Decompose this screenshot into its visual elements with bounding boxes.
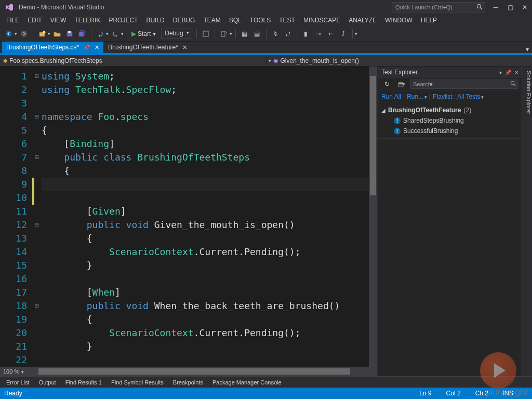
horizontal-scrollbar[interactable] — [31, 368, 377, 375]
menu-sql[interactable]: SQL — [225, 17, 246, 24]
menu-view[interactable]: VIEW — [46, 17, 71, 24]
toolbar-overflow[interactable]: ▾ — [355, 31, 357, 36]
save-all-button[interactable] — [76, 28, 88, 39]
solution-explorer-tab[interactable]: Solution Explorer — [522, 66, 532, 376]
scroll-thumb[interactable] — [370, 76, 376, 195]
code-line[interactable]: { — [42, 124, 369, 137]
tool-tab[interactable]: Error List — [2, 379, 34, 385]
nav-forward-button[interactable] — [18, 28, 30, 39]
nav-back-button[interactable] — [3, 28, 15, 39]
close-button[interactable]: ✕ — [517, 2, 532, 12]
dropdown-icon[interactable]: ▾ — [121, 31, 124, 36]
code-line[interactable] — [42, 353, 369, 367]
menu-tools[interactable]: TOOLS — [246, 17, 275, 24]
pin-icon[interactable]: 📌 — [505, 70, 511, 75]
code-line[interactable]: [When] — [42, 286, 369, 299]
toolbar-button[interactable]: ▤ — [251, 28, 263, 39]
dropdown-icon[interactable]: ▾ — [230, 31, 232, 36]
toolbar-button[interactable]: ▮ — [300, 28, 312, 39]
menu-project[interactable]: PROJECT — [104, 17, 142, 24]
doc-tab[interactable]: BrushingOfTeethSteps.cs*📌✕ — [2, 42, 103, 53]
panel-title-bar[interactable]: Test Explorer ▾ 📌 ✕ — [378, 66, 522, 78]
code-line[interactable]: [Binding] — [42, 137, 369, 151]
test-node[interactable]: !SharedStepsBrushing — [381, 115, 518, 126]
tool-tab[interactable]: Find Symbol Results — [107, 379, 168, 385]
menu-mindscape[interactable]: MINDSCAPE — [299, 17, 344, 24]
save-button[interactable] — [64, 28, 75, 39]
toolbar-button[interactable]: ⇠ — [325, 28, 337, 39]
member-dropdown[interactable]: ▾ ◉ Given_the_mouth_is_open() — [266, 57, 533, 64]
run-all-link[interactable]: Run All — [381, 93, 401, 100]
dropdown-icon[interactable]: ▾ — [15, 31, 17, 36]
code-line[interactable] — [42, 191, 369, 205]
run-link[interactable]: Run... ▾ — [407, 93, 427, 100]
menu-debug[interactable]: DEBUG — [169, 17, 200, 24]
menu-help[interactable]: HELP — [417, 17, 441, 24]
fold-gutter[interactable]: ⊟ ⊟ ⊟ ⊟ ⊟ — [32, 66, 42, 367]
quick-launch-input[interactable]: Quick Launch (Ctrl+Q) — [392, 2, 485, 12]
code-line[interactable]: { — [42, 313, 369, 326]
maximize-button[interactable]: ▢ — [503, 2, 517, 12]
code-line[interactable]: ScenarioContext.Current.Pending(); — [42, 326, 369, 340]
code-line[interactable]: using System; — [42, 70, 369, 83]
toolbar-button[interactable]: ⇢ — [313, 28, 324, 39]
menu-edit[interactable]: EDIT — [23, 17, 46, 24]
dropdown-icon[interactable]: ▾ — [106, 31, 109, 36]
type-dropdown[interactable]: ◆ Foo.specs.BrushingOfTeethSteps — [0, 57, 266, 64]
menu-file[interactable]: FILE — [2, 17, 23, 24]
new-project-button[interactable] — [36, 28, 48, 39]
menu-team[interactable]: TEAM — [199, 17, 224, 24]
toolbar-button[interactable]: ⇄ — [282, 28, 294, 39]
toolbar-button[interactable] — [218, 28, 230, 39]
minimize-button[interactable]: ─ — [488, 2, 503, 12]
test-node[interactable]: !SuccessfulBrushing — [381, 126, 518, 136]
menu-build[interactable]: BUILD — [142, 17, 168, 24]
menu-window[interactable]: WINDOW — [381, 17, 417, 24]
code-line[interactable]: } — [42, 340, 369, 353]
test-search-input[interactable]: Search ▾ — [410, 79, 518, 89]
code-line[interactable]: using TechTalk.SpecFlow; — [42, 83, 369, 97]
toolbar-button[interactable] — [200, 28, 211, 39]
pin-icon[interactable]: 📌 — [83, 44, 90, 51]
menu-test[interactable]: TEST — [275, 17, 299, 24]
tool-tab[interactable]: Find Results 1 — [61, 379, 106, 385]
close-tab-icon[interactable]: ✕ — [95, 44, 99, 51]
code-line[interactable]: public void When_the_back_teeth_are_brus… — [42, 299, 369, 313]
code-line[interactable]: [Given] — [42, 205, 369, 218]
code-line[interactable]: } — [42, 259, 369, 272]
dropdown-icon[interactable]: ▾ — [48, 31, 50, 36]
tool-tab[interactable]: Output — [35, 379, 60, 385]
vertical-scrollbar[interactable] — [369, 66, 377, 367]
toolbar-button[interactable]: ↯ — [270, 28, 281, 39]
start-debug-button[interactable]: ▶Start▾ — [130, 30, 158, 37]
code-line[interactable] — [42, 178, 369, 191]
code-line[interactable]: public class BrushingOfTeethSteps — [42, 151, 369, 164]
te-toolbar-button[interactable]: ↻ — [381, 78, 393, 90]
code-line[interactable]: namespace Foo.specs — [42, 110, 369, 124]
menu-analyze[interactable]: ANALYZE — [344, 17, 381, 24]
code-editor[interactable]: 12345678910111213141516171819202122 ⊟ ⊟ … — [0, 66, 377, 367]
open-file-button[interactable] — [51, 28, 63, 39]
code-line[interactable]: { — [42, 164, 369, 178]
toolbar-button[interactable]: ▦ — [239, 28, 250, 39]
tab-overflow-button[interactable]: ▾ — [526, 46, 532, 53]
code-line[interactable]: public void Given_the_mouth_is_open() — [42, 218, 369, 232]
toolbar-button[interactable]: ⤴ — [338, 28, 349, 39]
expand-icon[interactable]: ◢ — [381, 108, 385, 113]
te-toolbar-button[interactable]: ▤▾ — [396, 78, 407, 90]
redo-button[interactable] — [110, 28, 121, 39]
zoom-dropdown[interactable]: 100 % — [0, 368, 31, 375]
close-tab-icon[interactable]: ✕ — [182, 44, 187, 51]
playlist-link[interactable]: Playlist : All Tests ▾ — [433, 93, 484, 100]
code-line[interactable]: ScenarioContext.Current.Pending(); — [42, 245, 369, 259]
config-dropdown[interactable]: Debug — [161, 29, 191, 39]
scroll-thumb[interactable] — [38, 368, 350, 375]
code-line[interactable]: { — [42, 232, 369, 245]
close-icon[interactable]: ✕ — [514, 70, 518, 75]
tool-tab[interactable]: Package Manager Console — [208, 379, 286, 385]
code-line[interactable] — [42, 272, 369, 286]
tool-tab[interactable]: Breakpoints — [169, 379, 207, 385]
test-group-node[interactable]: ◢ BrushingOfTeethFeature (2) — [381, 105, 518, 115]
window-position-icon[interactable]: ▾ — [499, 70, 502, 75]
code-line[interactable] — [42, 97, 369, 110]
